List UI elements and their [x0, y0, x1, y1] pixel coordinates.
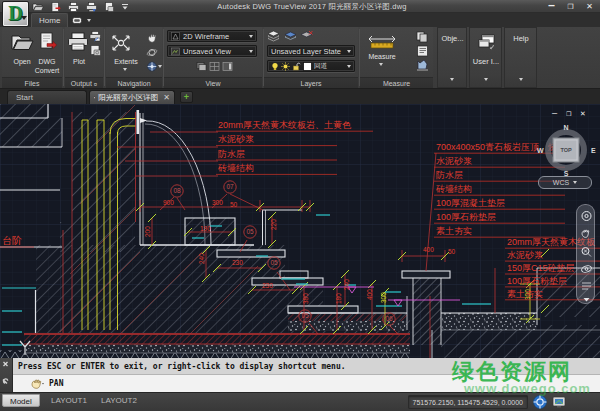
- list-button[interactable]: [416, 45, 429, 57]
- steering-wheel-button[interactable]: [146, 61, 158, 72]
- drawing-canvas[interactable]: 9003005020019022024023023038018024040050…: [0, 104, 600, 358]
- maximize-button[interactable]: ❐: [564, 0, 577, 12]
- app-menu-caret-icon: [21, 16, 27, 20]
- tab-layout1[interactable]: LAYOUT1: [44, 394, 94, 407]
- layer-isolate-button[interactable]: [284, 30, 297, 42]
- panel-output-label: Output ¤: [65, 77, 103, 88]
- document-tab-label: 阳光丽景小区详图: [98, 93, 158, 103]
- keynote-number: 05: [246, 228, 254, 235]
- tab-document[interactable]: 阳光丽景小区详图 ✕: [89, 90, 175, 104]
- named-view-caret-icon: [249, 50, 253, 53]
- preview-button[interactable]: [89, 45, 101, 56]
- command-close-icon[interactable]: [4, 362, 8, 366]
- navbar-pan-icon[interactable]: [582, 230, 589, 237]
- viewcube-east[interactable]: E: [591, 147, 596, 154]
- navbar-orbit-icon[interactable]: [581, 265, 592, 274]
- ribbon-minimize-toggle[interactable]: [72, 15, 94, 25]
- dimension-text: 240: [343, 279, 350, 290]
- quick-access-toolbar: [32, 0, 129, 13]
- area-button[interactable]: [416, 59, 429, 71]
- view-tool-3[interactable]: [222, 61, 233, 72]
- navigation-bar: [576, 204, 595, 304]
- navbar-wheel-icon[interactable]: [582, 212, 591, 221]
- annotation-text: 20mm厚天然黄木纹板岩、土黄色: [218, 120, 352, 130]
- ucs-icon: [16, 338, 34, 356]
- open-button[interactable]: [10, 32, 34, 52]
- tab-home[interactable]: Home: [31, 13, 68, 27]
- layer-unisolate-button[interactable]: [300, 30, 313, 42]
- layer-properties-button[interactable]: [267, 30, 280, 42]
- dwg-convert-icon[interactable]: [51, 2, 61, 12]
- batch-plot-button[interactable]: [89, 31, 101, 42]
- open-icon[interactable]: [32, 2, 44, 11]
- extents-caret-icon[interactable]: [123, 68, 127, 71]
- command-wrench-icon[interactable]: [3, 379, 8, 384]
- panel-user-interface[interactable]: User I...: [469, 27, 502, 88]
- steps-label: 台阶: [2, 235, 22, 246]
- annotation-text: 水泥砂浆: [507, 250, 543, 260]
- qat-customize-icon[interactable]: [121, 3, 129, 11]
- wheel-caret-icon[interactable]: [158, 65, 162, 68]
- extents-label[interactable]: Extents: [106, 58, 146, 66]
- dwg-convert-button[interactable]: [38, 32, 58, 52]
- open-folder-icon: [10, 32, 34, 52]
- keynote-number: 07: [226, 183, 234, 190]
- plot-label[interactable]: Plot: [65, 58, 93, 66]
- orbit-icon: [146, 47, 158, 58]
- application-menu-button[interactable]: D: [2, 1, 29, 27]
- dwg-convert-label-2[interactable]: Convert: [31, 67, 63, 75]
- measure-button[interactable]: [367, 33, 397, 49]
- visual-style-combo[interactable]: 2D Wireframe: [167, 30, 257, 42]
- quick-select-button[interactable]: [416, 31, 429, 43]
- orbit-button[interactable]: [146, 47, 158, 58]
- viewport-minimize-icon[interactable]: –: [552, 108, 557, 118]
- layer-state-combo[interactable]: Unsaved Layer State: [267, 45, 355, 57]
- viewport-close-icon[interactable]: ✕: [580, 108, 585, 118]
- panel-files-label: Files: [2, 77, 62, 88]
- wcs-dropdown[interactable]: WCS: [538, 176, 592, 189]
- panel-navigation-label: Navigation: [106, 77, 162, 88]
- dimension-text: 50: [448, 248, 456, 255]
- navbar-more-caret-icon[interactable]: [584, 298, 590, 302]
- navbar-motion-icon[interactable]: [582, 283, 591, 289]
- pan-hand-icon: [146, 33, 158, 44]
- viewcube-west[interactable]: W: [537, 147, 544, 154]
- view-tool-2[interactable]: [209, 61, 220, 72]
- panel-object[interactable]: Obje...: [437, 27, 467, 88]
- dimension-text: 300: [212, 199, 223, 206]
- named-view-combo[interactable]: Unsaved View: [167, 45, 257, 57]
- pan-button[interactable]: [146, 33, 158, 44]
- viewcube[interactable]: N S W E TOP: [535, 120, 597, 182]
- preview-icon[interactable]: [104, 2, 114, 12]
- dimension-text: 200: [144, 226, 151, 237]
- tab-start[interactable]: Start: [7, 90, 87, 104]
- start-tab-label: Start: [16, 93, 33, 102]
- zoom-extents-button[interactable]: [110, 33, 132, 53]
- measure-caret-icon[interactable]: [379, 63, 383, 66]
- view-tool-1[interactable]: [196, 61, 207, 72]
- batch-plot-icon[interactable]: [86, 2, 97, 12]
- new-tab-button[interactable]: +: [180, 91, 193, 103]
- annotation-monitor-icon[interactable]: [534, 396, 547, 409]
- dimension-text: 180: [335, 293, 342, 304]
- visual-style-caret-icon: [249, 35, 253, 38]
- plot-icon[interactable]: [68, 2, 79, 12]
- plot-button[interactable]: [67, 32, 89, 51]
- layer-combo[interactable]: 回道: [267, 60, 355, 72]
- output-expand-icon[interactable]: ¤: [94, 81, 97, 87]
- tab-model[interactable]: Model: [2, 394, 40, 407]
- dwg-convert-label-1[interactable]: DWG: [31, 58, 63, 66]
- tab-close-icon[interactable]: ✕: [163, 93, 170, 102]
- clean-screen-icon[interactable]: [553, 397, 565, 408]
- minimize-button[interactable]: –: [545, 0, 558, 12]
- visual-style-icon: [171, 32, 180, 41]
- viewcube-north[interactable]: N: [535, 124, 597, 131]
- ribbon: Open DWG Convert Files: [0, 27, 600, 88]
- panel-help[interactable]: Help: [504, 27, 537, 88]
- viewcube-top-label[interactable]: TOP: [553, 147, 579, 153]
- tab-layout2[interactable]: LAYOUT2: [94, 394, 144, 407]
- layer-state-value: Unsaved Layer State: [271, 47, 341, 56]
- close-button[interactable]: ✕: [583, 0, 596, 12]
- measure-label[interactable]: Measure: [362, 53, 402, 61]
- viewport-restore-icon[interactable]: ❐: [566, 108, 571, 118]
